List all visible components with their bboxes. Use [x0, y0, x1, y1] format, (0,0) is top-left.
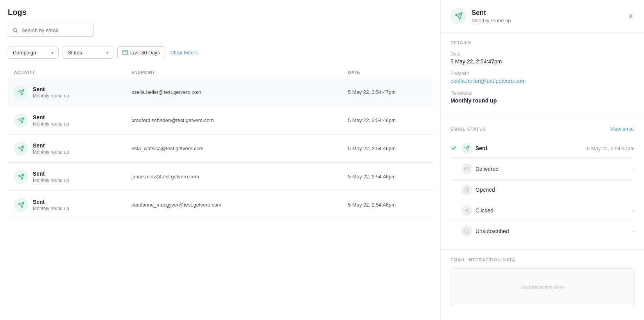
- date-value: 5 May 22, 2:54:47pm: [450, 58, 635, 65]
- delivered-status-name: Delivered: [475, 166, 633, 172]
- newsletter-detail: Newsletter Monthly round up: [450, 90, 635, 104]
- view-email-button[interactable]: View email: [610, 126, 635, 132]
- activity-cell: Sent Monthly round up: [14, 170, 131, 184]
- activity-campaign: Monthly round up: [33, 93, 69, 99]
- sent-icon: [14, 85, 28, 99]
- endpoint-value[interactable]: ozella.heller@test.getvero.com: [450, 78, 635, 84]
- status-row-unsubscribed: Unsubscribed -: [450, 221, 635, 241]
- date-cell: 5 May 22, 2:54:46pm: [348, 202, 426, 208]
- unsubscribed-icon: [461, 226, 472, 237]
- campaign-chevron-icon: ▾: [52, 50, 54, 55]
- details-section: DETAILS Date 5 May 22, 2:54:47pm Endpoin…: [441, 32, 644, 118]
- status-row-delivered: Delivered -: [450, 159, 635, 180]
- status-row-opened: Opened -: [450, 180, 635, 200]
- filters-row: Campaign ▾ Status ▾ Last 30 Days Clear F…: [8, 46, 432, 59]
- clear-filters-button[interactable]: Clear Filters: [169, 50, 199, 56]
- activity-campaign: Monthly round up: [33, 178, 69, 183]
- date-cell: 5 May 22, 2:54:46pm: [348, 117, 426, 123]
- email-status-label: EMAIL STATUS: [450, 127, 486, 131]
- endpoint-cell: janae.metz@test.getvero.com: [131, 174, 348, 180]
- opened-status-name: Opened: [475, 187, 633, 193]
- newsletter-label: Newsletter: [450, 90, 635, 96]
- endpoint-cell: bradford.schaden@test.getvero.com: [131, 117, 348, 123]
- status-filter[interactable]: Status ▾: [63, 47, 113, 59]
- left-panel: Logs Campaign ▾ Status ▾: [0, 0, 441, 320]
- date-header: DATE: [348, 70, 426, 75]
- search-input[interactable]: [22, 27, 89, 33]
- detail-campaign: Monthly round up: [472, 18, 622, 23]
- date-cell: 5 May 22, 2:54:46pm: [348, 146, 426, 151]
- detail-header: Sent Monthly round up ×: [441, 0, 644, 32]
- date-filter[interactable]: Last 30 Days: [117, 46, 165, 59]
- sent-status-name: Sent: [475, 145, 587, 151]
- close-button[interactable]: ×: [627, 11, 635, 22]
- endpoint-label: Endpoint: [450, 71, 635, 76]
- sent-status-icon: [461, 143, 472, 154]
- no-interaction-box: No interaction data: [450, 268, 635, 306]
- date-label: Date: [450, 51, 635, 57]
- table-row[interactable]: Sent Monthly round up carolanne_macgyver…: [8, 191, 432, 219]
- endpoint-header: ENDPOINT: [131, 70, 348, 75]
- sent-icon: [14, 142, 28, 156]
- date-detail: Date 5 May 22, 2:54:47pm: [450, 51, 635, 65]
- detail-sent-icon: [450, 8, 467, 24]
- delivered-icon: [461, 164, 472, 174]
- interaction-section-label: EMAIL INTERACTION DATA: [450, 257, 635, 262]
- activity-campaign: Monthly round up: [33, 149, 69, 155]
- table-row[interactable]: Sent Monthly round up janae.metz@test.ge…: [8, 163, 432, 191]
- unsubscribed-dash: -: [633, 228, 635, 234]
- search-wrapper: [8, 24, 94, 37]
- date-filter-label: Last 30 Days: [130, 50, 160, 56]
- activity-cell: Sent Monthly round up: [14, 142, 131, 156]
- email-status-section: EMAIL STATUS View email Sent 5 May 22, 2…: [441, 118, 644, 250]
- status-row-clicked: Clicked -: [450, 200, 635, 221]
- svg-point-0: [13, 28, 17, 32]
- campaign-filter-label: Campaign: [13, 50, 36, 56]
- activity-cell: Sent Monthly round up: [14, 113, 131, 128]
- activity-header: ACTIVITY: [14, 70, 131, 75]
- search-container: [8, 24, 432, 37]
- date-cell: 5 May 22, 2:54:46pm: [348, 174, 426, 180]
- status-chevron-icon: ▾: [106, 50, 108, 55]
- activity-campaign: Monthly round up: [33, 121, 69, 127]
- activity-status: Sent: [33, 142, 69, 149]
- detail-status: Sent: [472, 9, 622, 17]
- endpoint-cell: esta_watsica@test.getvero.com: [131, 146, 348, 151]
- right-panel: Sent Monthly round up × DETAILS Date 5 M…: [441, 0, 644, 320]
- opened-icon: [461, 184, 472, 195]
- activity-status: Sent: [33, 114, 69, 120]
- endpoint-cell: carolanne_macgyver@test.getvero.com: [131, 202, 348, 208]
- unsubscribed-status-name: Unsubscribed: [475, 228, 633, 234]
- endpoint-detail: Endpoint ozella.heller@test.getvero.com: [450, 71, 635, 84]
- page-title: Logs: [8, 8, 432, 17]
- activity-status: Sent: [33, 86, 69, 92]
- svg-line-1: [16, 31, 18, 32]
- activity-cell: Sent Monthly round up: [14, 198, 131, 212]
- search-icon: [13, 28, 18, 33]
- table-row[interactable]: Sent Monthly round up bradford.schaden@t…: [8, 106, 432, 135]
- sent-status-time: 5 May 22, 2:54:47pm: [587, 146, 635, 151]
- calendar-icon: [122, 49, 128, 56]
- opened-dash: -: [633, 187, 635, 193]
- table-row[interactable]: Sent Monthly round up ozella.heller@test…: [8, 78, 432, 106]
- status-filter-label: Status: [68, 50, 82, 56]
- interaction-section: EMAIL INTERACTION DATA No interaction da…: [441, 250, 644, 314]
- activity-status: Sent: [33, 171, 69, 177]
- date-cell: 5 May 22, 2:54:47pm: [348, 89, 426, 95]
- newsletter-value[interactable]: Monthly round up: [450, 97, 635, 104]
- clicked-icon: [461, 205, 472, 216]
- clicked-status-name: Clicked: [475, 207, 633, 214]
- no-interaction-text: No interaction data: [521, 284, 564, 290]
- campaign-filter[interactable]: Campaign ▾: [8, 47, 59, 59]
- table-row[interactable]: Sent Monthly round up esta_watsica@test.…: [8, 135, 432, 163]
- table-body: Sent Monthly round up ozella.heller@test…: [8, 78, 432, 219]
- activity-cell: Sent Monthly round up: [14, 85, 131, 99]
- endpoint-cell: ozella.heller@test.getvero.com: [131, 89, 348, 95]
- table-header: ACTIVITY ENDPOINT DATE: [8, 67, 432, 78]
- sent-icon: [14, 198, 28, 212]
- check-icon: [450, 144, 458, 152]
- activity-status: Sent: [33, 199, 69, 205]
- delivered-dash: -: [633, 166, 635, 172]
- sent-icon: [14, 113, 28, 128]
- activity-campaign: Monthly round up: [33, 206, 69, 211]
